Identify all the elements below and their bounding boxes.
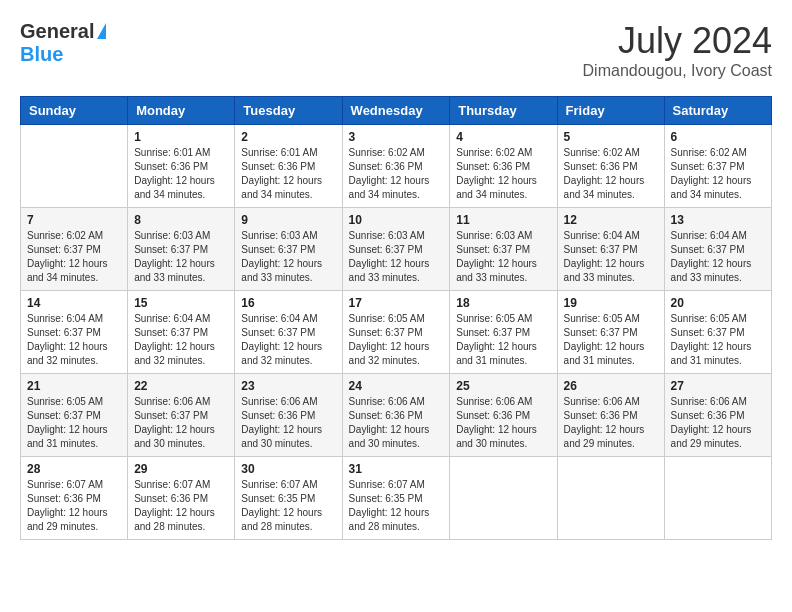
calendar-table: SundayMondayTuesdayWednesdayThursdayFrid…	[20, 96, 772, 540]
calendar-cell: 18Sunrise: 6:05 AM Sunset: 6:37 PM Dayli…	[450, 291, 557, 374]
calendar-week-row: 28Sunrise: 6:07 AM Sunset: 6:36 PM Dayli…	[21, 457, 772, 540]
day-number: 12	[564, 213, 658, 227]
calendar-cell: 11Sunrise: 6:03 AM Sunset: 6:37 PM Dayli…	[450, 208, 557, 291]
day-number: 11	[456, 213, 550, 227]
day-info: Sunrise: 6:04 AM Sunset: 6:37 PM Dayligh…	[27, 312, 121, 368]
day-info: Sunrise: 6:02 AM Sunset: 6:36 PM Dayligh…	[564, 146, 658, 202]
page-header: General Blue July 2024 Dimandougou, Ivor…	[20, 20, 772, 80]
day-info: Sunrise: 6:04 AM Sunset: 6:37 PM Dayligh…	[671, 229, 765, 285]
day-number: 19	[564, 296, 658, 310]
day-number: 9	[241, 213, 335, 227]
calendar-cell: 6Sunrise: 6:02 AM Sunset: 6:37 PM Daylig…	[664, 125, 771, 208]
day-info: Sunrise: 6:05 AM Sunset: 6:37 PM Dayligh…	[671, 312, 765, 368]
calendar-week-row: 21Sunrise: 6:05 AM Sunset: 6:37 PM Dayli…	[21, 374, 772, 457]
day-number: 1	[134, 130, 228, 144]
day-number: 20	[671, 296, 765, 310]
title-block: July 2024 Dimandougou, Ivory Coast	[583, 20, 772, 80]
day-number: 16	[241, 296, 335, 310]
day-number: 26	[564, 379, 658, 393]
logo-arrow-icon	[97, 23, 106, 39]
day-info: Sunrise: 6:04 AM Sunset: 6:37 PM Dayligh…	[241, 312, 335, 368]
day-number: 8	[134, 213, 228, 227]
calendar-header-sunday: Sunday	[21, 97, 128, 125]
calendar-header-monday: Monday	[128, 97, 235, 125]
calendar-header-wednesday: Wednesday	[342, 97, 450, 125]
day-number: 30	[241, 462, 335, 476]
calendar-cell: 15Sunrise: 6:04 AM Sunset: 6:37 PM Dayli…	[128, 291, 235, 374]
day-number: 23	[241, 379, 335, 393]
day-number: 31	[349, 462, 444, 476]
day-info: Sunrise: 6:04 AM Sunset: 6:37 PM Dayligh…	[134, 312, 228, 368]
day-info: Sunrise: 6:06 AM Sunset: 6:36 PM Dayligh…	[349, 395, 444, 451]
day-info: Sunrise: 6:07 AM Sunset: 6:35 PM Dayligh…	[349, 478, 444, 534]
day-number: 22	[134, 379, 228, 393]
day-info: Sunrise: 6:07 AM Sunset: 6:36 PM Dayligh…	[27, 478, 121, 534]
day-info: Sunrise: 6:06 AM Sunset: 6:36 PM Dayligh…	[671, 395, 765, 451]
day-info: Sunrise: 6:02 AM Sunset: 6:36 PM Dayligh…	[456, 146, 550, 202]
day-info: Sunrise: 6:02 AM Sunset: 6:36 PM Dayligh…	[349, 146, 444, 202]
calendar-cell: 13Sunrise: 6:04 AM Sunset: 6:37 PM Dayli…	[664, 208, 771, 291]
calendar-cell: 29Sunrise: 6:07 AM Sunset: 6:36 PM Dayli…	[128, 457, 235, 540]
calendar-header-row: SundayMondayTuesdayWednesdayThursdayFrid…	[21, 97, 772, 125]
calendar-cell: 27Sunrise: 6:06 AM Sunset: 6:36 PM Dayli…	[664, 374, 771, 457]
day-number: 10	[349, 213, 444, 227]
calendar-header-thursday: Thursday	[450, 97, 557, 125]
day-number: 27	[671, 379, 765, 393]
day-number: 5	[564, 130, 658, 144]
day-info: Sunrise: 6:06 AM Sunset: 6:37 PM Dayligh…	[134, 395, 228, 451]
day-info: Sunrise: 6:02 AM Sunset: 6:37 PM Dayligh…	[27, 229, 121, 285]
calendar-header-saturday: Saturday	[664, 97, 771, 125]
day-info: Sunrise: 6:03 AM Sunset: 6:37 PM Dayligh…	[456, 229, 550, 285]
calendar-cell	[664, 457, 771, 540]
month-title: July 2024	[583, 20, 772, 62]
day-info: Sunrise: 6:06 AM Sunset: 6:36 PM Dayligh…	[241, 395, 335, 451]
calendar-cell: 2Sunrise: 6:01 AM Sunset: 6:36 PM Daylig…	[235, 125, 342, 208]
day-info: Sunrise: 6:03 AM Sunset: 6:37 PM Dayligh…	[241, 229, 335, 285]
day-info: Sunrise: 6:02 AM Sunset: 6:37 PM Dayligh…	[671, 146, 765, 202]
calendar-cell: 1Sunrise: 6:01 AM Sunset: 6:36 PM Daylig…	[128, 125, 235, 208]
day-number: 13	[671, 213, 765, 227]
calendar-header-friday: Friday	[557, 97, 664, 125]
calendar-cell	[450, 457, 557, 540]
day-number: 21	[27, 379, 121, 393]
day-info: Sunrise: 6:04 AM Sunset: 6:37 PM Dayligh…	[564, 229, 658, 285]
day-number: 18	[456, 296, 550, 310]
day-number: 7	[27, 213, 121, 227]
day-info: Sunrise: 6:07 AM Sunset: 6:35 PM Dayligh…	[241, 478, 335, 534]
calendar-cell: 26Sunrise: 6:06 AM Sunset: 6:36 PM Dayli…	[557, 374, 664, 457]
calendar-cell: 24Sunrise: 6:06 AM Sunset: 6:36 PM Dayli…	[342, 374, 450, 457]
calendar-cell: 8Sunrise: 6:03 AM Sunset: 6:37 PM Daylig…	[128, 208, 235, 291]
day-number: 14	[27, 296, 121, 310]
calendar-cell: 19Sunrise: 6:05 AM Sunset: 6:37 PM Dayli…	[557, 291, 664, 374]
calendar-cell: 14Sunrise: 6:04 AM Sunset: 6:37 PM Dayli…	[21, 291, 128, 374]
calendar-cell: 22Sunrise: 6:06 AM Sunset: 6:37 PM Dayli…	[128, 374, 235, 457]
calendar-header-tuesday: Tuesday	[235, 97, 342, 125]
day-info: Sunrise: 6:01 AM Sunset: 6:36 PM Dayligh…	[134, 146, 228, 202]
calendar-cell: 5Sunrise: 6:02 AM Sunset: 6:36 PM Daylig…	[557, 125, 664, 208]
calendar-cell: 10Sunrise: 6:03 AM Sunset: 6:37 PM Dayli…	[342, 208, 450, 291]
calendar-cell	[21, 125, 128, 208]
logo-blue-text: Blue	[20, 43, 63, 65]
logo: General Blue	[20, 20, 106, 66]
day-info: Sunrise: 6:05 AM Sunset: 6:37 PM Dayligh…	[349, 312, 444, 368]
day-info: Sunrise: 6:05 AM Sunset: 6:37 PM Dayligh…	[564, 312, 658, 368]
calendar-cell: 16Sunrise: 6:04 AM Sunset: 6:37 PM Dayli…	[235, 291, 342, 374]
calendar-cell: 3Sunrise: 6:02 AM Sunset: 6:36 PM Daylig…	[342, 125, 450, 208]
day-info: Sunrise: 6:07 AM Sunset: 6:36 PM Dayligh…	[134, 478, 228, 534]
calendar-cell: 23Sunrise: 6:06 AM Sunset: 6:36 PM Dayli…	[235, 374, 342, 457]
day-number: 4	[456, 130, 550, 144]
day-info: Sunrise: 6:06 AM Sunset: 6:36 PM Dayligh…	[456, 395, 550, 451]
day-number: 25	[456, 379, 550, 393]
calendar-week-row: 1Sunrise: 6:01 AM Sunset: 6:36 PM Daylig…	[21, 125, 772, 208]
day-number: 6	[671, 130, 765, 144]
day-number: 24	[349, 379, 444, 393]
day-info: Sunrise: 6:03 AM Sunset: 6:37 PM Dayligh…	[349, 229, 444, 285]
calendar-cell: 30Sunrise: 6:07 AM Sunset: 6:35 PM Dayli…	[235, 457, 342, 540]
calendar-cell: 9Sunrise: 6:03 AM Sunset: 6:37 PM Daylig…	[235, 208, 342, 291]
day-info: Sunrise: 6:03 AM Sunset: 6:37 PM Dayligh…	[134, 229, 228, 285]
day-number: 3	[349, 130, 444, 144]
calendar-cell: 7Sunrise: 6:02 AM Sunset: 6:37 PM Daylig…	[21, 208, 128, 291]
calendar-cell: 31Sunrise: 6:07 AM Sunset: 6:35 PM Dayli…	[342, 457, 450, 540]
day-info: Sunrise: 6:05 AM Sunset: 6:37 PM Dayligh…	[456, 312, 550, 368]
location-title: Dimandougou, Ivory Coast	[583, 62, 772, 80]
